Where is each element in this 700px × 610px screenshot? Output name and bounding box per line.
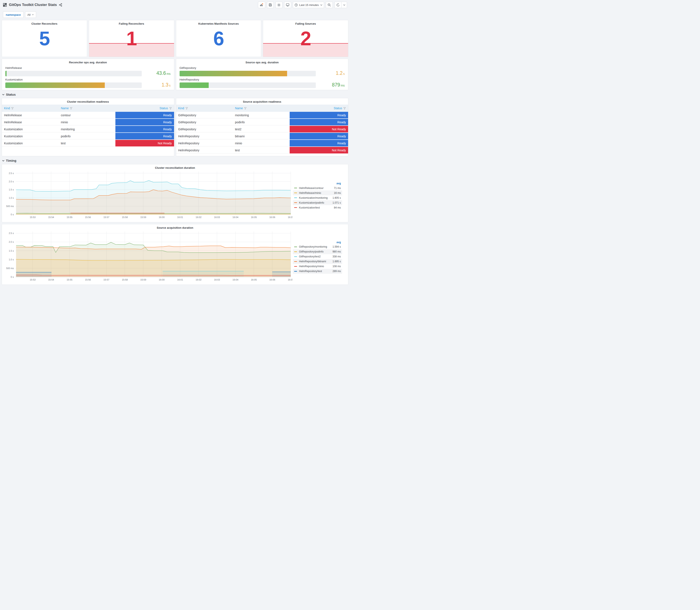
chevron-down-icon [2,160,4,162]
dashboard-title[interactable]: GitOps Toolkit Cluster Stats [9,3,57,7]
table-row: HelmRelease contour Ready [2,112,174,119]
svg-text:1.0 s: 1.0 s [9,258,14,261]
bar-gauge-value: 43.6ms [145,70,170,77]
legend-item[interactable]: GitRepository/podinfo 980 ms [293,249,342,254]
dashboard-header: GitOps Toolkit Cluster Stats [0,0,350,9]
panel-title[interactable]: Reconciler ops avg. duration [2,59,174,64]
namespace-variable-dropdown[interactable]: All [25,12,36,18]
cell-name: minio [59,119,115,126]
column-header-name[interactable]: Name [59,105,115,112]
table-row: HelmRepository test Not Ready [176,147,348,154]
cell-kind: Kustomization [2,133,59,140]
legend-item[interactable]: HelmRelease/minio 16 ms [293,190,342,195]
panel-title[interactable]: Cluster reconciliation readiness [2,98,174,104]
legend-item[interactable]: Kustomization/monitoring 1.605 s [293,195,342,200]
add-panel-button[interactable] [258,2,265,8]
legend-item[interactable]: Kustomization/podinfo 1.071 s [293,200,342,205]
table-header-row: Kind Name Status [2,105,174,112]
save-dashboard-button[interactable] [267,2,274,8]
svg-text:15:53: 15:53 [30,278,36,281]
dashboard-settings-button[interactable] [275,2,282,8]
panel-title[interactable]: Cluster Reconcilers [2,20,87,26]
variable-value: All [28,13,30,16]
series-name: HelmRepository/minio [299,265,329,268]
series-avg-value: 16 ms [329,192,341,194]
filter-funnel-icon [169,107,172,110]
series-color-dash [294,271,297,272]
cell-name: monitoring [59,126,115,133]
cell-kind: Kustomization [2,126,59,133]
cell-kind: Kustomization [2,140,59,147]
panel-title[interactable]: Source acquisition duration [2,224,348,230]
series-color-dash [294,197,297,198]
svg-text:16:00: 16:00 [159,278,165,281]
panel-title[interactable]: Kubernetes Manifests Sources [176,20,261,26]
svg-text:15:57: 15:57 [103,216,110,219]
column-header-kind[interactable]: Kind [2,105,59,112]
series-avg-value: 71 ms [329,187,341,190]
variable-label: namespace [3,12,23,18]
legend-rows: HelmRelease/contour 71 ms HelmRelease/mi… [293,186,342,210]
time-range-picker[interactable]: Last 15 minutes [293,2,324,8]
series-color-dash [294,246,297,247]
svg-text:16:00: 16:00 [159,216,165,219]
legend-item[interactable]: GitRepository/test2 338 ms [293,254,342,259]
status-badge: Ready [115,133,174,140]
column-header-status[interactable]: Status [115,105,174,112]
chevron-down-icon [320,4,322,6]
series-name: HelmRelease/contour [299,187,329,190]
stat-panel: Kubernetes Manifests Sources 6 [176,20,261,57]
legend-item[interactable]: GitRepository/monitoring 1.594 s [293,244,342,249]
panel-title[interactable]: Failing Sources [263,20,348,26]
svg-text:16:03: 16:03 [214,278,220,281]
table-row: Kustomization test Not Ready [2,140,174,147]
status-badge: Ready [115,112,174,119]
panel-title[interactable]: Source acquisition readiness [176,98,348,104]
bar-gauge-value: 1.2s [319,70,345,77]
cluster-reconciliation-duration-panel: Cluster reconciliation duration 15:5315:… [2,164,348,222]
cell-kind: HelmRepository [176,140,233,147]
svg-text:1.5 s: 1.5 s [9,250,14,252]
cell-name: contour [59,112,115,119]
timeseries-chart[interactable]: 15:5315:5415:5515:5615:5715:5815:5916:00… [3,230,293,282]
section-title: Timing [6,159,16,162]
bar-gauge-fill [180,71,287,76]
share-icon[interactable] [59,3,62,6]
panel-title[interactable]: Cluster reconciliation duration [2,164,348,170]
legend-item[interactable]: Kustomization/test 84 ms [293,205,342,210]
series-avg-value: 980 ms [329,250,341,253]
refresh-button[interactable] [335,2,342,8]
refresh-interval-dropdown[interactable] [342,2,347,8]
svg-text:16:01: 16:01 [177,216,183,219]
series-name: Kustomization/podinfo [299,201,329,204]
legend-item[interactable]: HelmRepository/test 289 ms [293,269,342,274]
table-row: HelmRepository minio Ready [176,140,348,147]
dashboard-toolbar: Last 15 minutes [258,2,347,8]
table-row: Kustomization monitoring Ready [2,126,174,133]
svg-text:15:54: 15:54 [48,216,54,219]
panel-title[interactable]: Source ops avg. duration [176,59,348,64]
clock-icon [295,3,298,6]
legend-item[interactable]: HelmRepository/minio 108 ms [293,264,342,269]
tv-cycle-view-button[interactable] [284,2,291,8]
column-header-name[interactable]: Name [233,105,290,112]
source-acquisition-duration-panel: Source acquisition duration 15:5315:5415… [2,224,348,285]
status-badge: Ready [290,140,348,147]
legend-item[interactable]: HelmRepository/bitnami 1.695 s [293,259,342,264]
section-timing[interactable]: Timing [2,156,348,164]
column-header-status[interactable]: Status [290,105,348,112]
series-avg-value: 289 ms [329,270,341,273]
cell-kind: HelmRepository [176,147,233,154]
timeseries-chart[interactable]: 15:5315:5415:5515:5615:5715:5815:5916:00… [3,170,293,220]
legend-item[interactable]: HelmRelease/contour 71 ms [293,186,342,190]
svg-text:16:05: 16:05 [251,278,257,281]
zoom-out-button[interactable] [326,2,333,8]
column-header-kind[interactable]: Kind [176,105,233,112]
svg-text:15:58: 15:58 [122,278,128,281]
series-avg-value: 1.071 s [329,201,341,204]
panel-title[interactable]: Failing Reconcilers [89,20,174,26]
legend-avg-header[interactable]: avg [293,240,342,244]
section-status[interactable]: Status [2,90,348,98]
legend-avg-header[interactable]: avg [293,181,342,186]
series-color-dash [294,266,297,267]
